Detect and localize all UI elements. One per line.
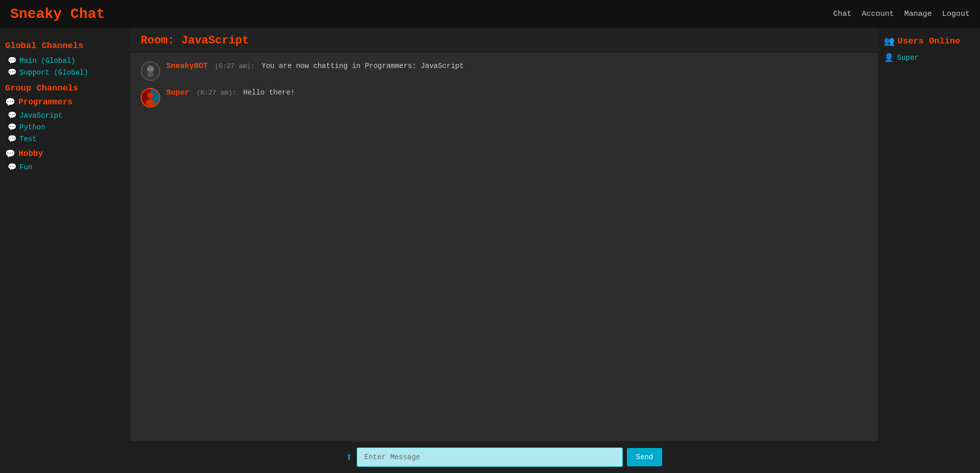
channel-javascript[interactable]: 💬 JavaScript — [5, 109, 125, 121]
messages-container: SneakyBOT (6:27 am): You are now chattin… — [130, 54, 878, 441]
svg-point-0 — [147, 65, 154, 73]
avatar-image — [142, 89, 159, 106]
svg-rect-1 — [147, 73, 154, 77]
group-channels-title: Group Channels — [5, 83, 125, 93]
svg-point-7 — [146, 99, 155, 106]
group-icon: 💬 — [5, 97, 15, 107]
message-row: Super (6:27 am): Hello there! — [141, 88, 867, 107]
channel-python[interactable]: 💬 Python — [5, 121, 125, 133]
app-title: Sneaky Chat — [10, 6, 105, 22]
nav-chat[interactable]: Chat — [833, 10, 852, 18]
users-panel: 👥 Users Online 👤 Super — [878, 28, 980, 473]
send-button[interactable]: Send — [627, 448, 663, 466]
message-time: (6:27 am): — [215, 62, 255, 70]
message-content: SneakyBOT (6:27 am): You are now chattin… — [166, 61, 867, 71]
channel-label: Test — [19, 135, 37, 143]
message-time: (6:27 am): — [197, 89, 236, 97]
global-channels-title: Global Channels — [5, 41, 125, 51]
chat-bubble-icon: 💬 — [8, 56, 16, 65]
channel-label: Fun — [19, 163, 32, 171]
avatar-super — [141, 88, 160, 107]
chat-area: Room: JavaScript SneakyBOT (6:27 am): Yo… — [130, 28, 878, 473]
message-username: Super — [166, 88, 189, 97]
chat-bubble-icon: 💬 — [8, 134, 16, 143]
svg-point-6 — [147, 92, 154, 99]
nav-logout[interactable]: Logout — [942, 10, 970, 18]
group-name: Hobby — [18, 149, 43, 159]
online-user-super: 👤 Super — [884, 53, 974, 63]
channel-support-global[interactable]: 💬 Support (Global) — [5, 66, 125, 78]
channel-label: JavaScript — [19, 111, 62, 120]
svg-point-2 — [148, 69, 150, 70]
upload-icon[interactable]: ⬆ — [346, 451, 353, 464]
main-layout: Global Channels 💬 Main (Global) 💬 Suppor… — [0, 28, 980, 473]
channel-test[interactable]: 💬 Test — [5, 133, 125, 145]
message-text: Hello there! — [243, 88, 295, 97]
svg-point-3 — [151, 69, 153, 70]
message-text: You are now chatting in Programmers: Jav… — [262, 62, 464, 70]
channel-label: Main (Global) — [19, 57, 75, 65]
nav-account[interactable]: Account — [862, 10, 894, 18]
message-row: SneakyBOT (6:27 am): You are now chattin… — [141, 61, 867, 81]
channel-label: Python — [19, 123, 45, 131]
chat-bubble-icon: 💬 — [8, 163, 16, 171]
users-icon: 👥 — [884, 36, 895, 47]
chat-bubble-icon: 💬 — [8, 68, 16, 77]
users-title-text: Users Online — [898, 36, 960, 46]
group-icon: 💬 — [5, 149, 15, 159]
channel-main-global[interactable]: 💬 Main (Global) — [5, 55, 125, 66]
users-online-title: 👥 Users Online — [884, 36, 974, 47]
group-hobby[interactable]: 💬 Hobby — [5, 149, 125, 159]
header: Sneaky Chat Chat Account Manage Logout — [0, 0, 980, 28]
message-content: Super (6:27 am): Hello there! — [166, 88, 867, 97]
user-dot-icon: 👤 — [884, 53, 894, 63]
nav-links: Chat Account Manage Logout — [833, 10, 970, 18]
nav-manage[interactable]: Manage — [904, 10, 932, 18]
room-title: Room: JavaScript — [130, 28, 878, 54]
group-programmers[interactable]: 💬 Programmers — [5, 97, 125, 107]
input-area: ⬆ Send — [130, 441, 878, 473]
avatar-bot — [141, 61, 160, 81]
channel-label: Support (Global) — [19, 69, 88, 77]
online-username: Super — [897, 54, 919, 62]
chat-bubble-icon: 💬 — [8, 111, 16, 120]
sidebar: Global Channels 💬 Main (Global) 💬 Suppor… — [0, 28, 130, 473]
group-name: Programmers — [18, 98, 73, 107]
channel-fun[interactable]: 💬 Fun — [5, 161, 125, 173]
message-input[interactable] — [357, 447, 623, 467]
chat-bubble-icon: 💬 — [8, 123, 16, 131]
message-username: SneakyBOT — [166, 62, 208, 71]
